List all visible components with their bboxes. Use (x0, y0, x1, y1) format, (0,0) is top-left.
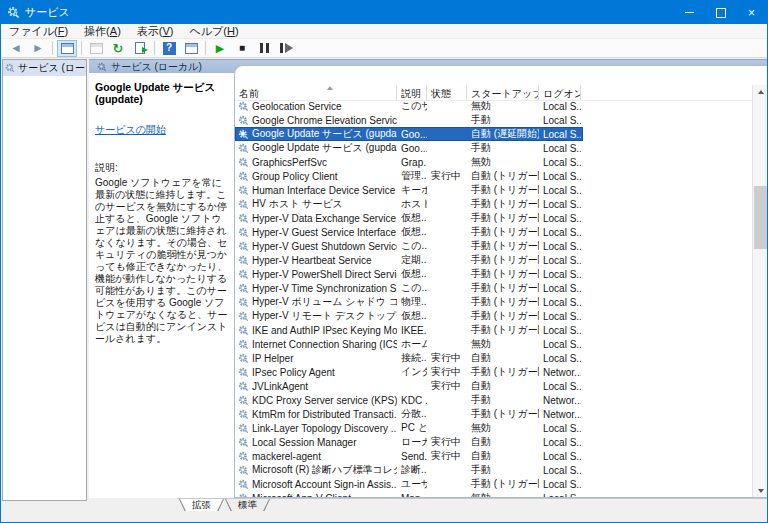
service-startup-type: 手動 (トリガー開始) (467, 267, 539, 281)
service-row[interactable]: Geolocation Serviceこのサ...無効Local S... (235, 99, 752, 113)
scrollbar-thumb[interactable] (754, 186, 767, 249)
close-button[interactable]: × (736, 1, 767, 24)
service-logon-as: Local S... (539, 143, 581, 154)
service-row[interactable]: Google Chrome Elevation Servic...手動Local… (235, 113, 752, 127)
menu-item-help[interactable]: ヘルプ(H) (181, 24, 246, 38)
service-row[interactable]: IPsec Policy Agentインタ...実行中手動 (トリガー開始)Ne… (235, 365, 752, 379)
service-row[interactable]: Hyper-V Guest Shutdown Serviceこの...手動 (ト… (235, 239, 752, 253)
service-row[interactable]: IP Helper接続...実行中自動Local S... (235, 351, 752, 365)
service-row[interactable]: mackerel-agentSend...実行中自動Local S... (235, 449, 752, 463)
service-logon-as: Local S... (539, 451, 581, 462)
pause-service-button[interactable] (254, 40, 274, 57)
service-row[interactable]: Microsoft App-V ClientMan...無効Local S... (235, 491, 752, 497)
scroll-up-button[interactable] (753, 85, 768, 98)
back-button[interactable]: ◄ (6, 40, 26, 57)
service-row[interactable]: Hyper-V Time Synchronization S...この...手動… (235, 281, 752, 295)
properties-button[interactable] (86, 40, 106, 57)
service-logon-as: Local S... (539, 465, 581, 476)
service-row[interactable]: Human Interface Device Serviceキーボ...手動 (… (235, 183, 752, 197)
description-label: 説明: (95, 161, 229, 175)
menu-item-action[interactable]: 操作(A) (76, 24, 129, 38)
service-row[interactable]: IKE and AuthIP IPsec Keying Mo...IKEE...… (235, 323, 752, 337)
service-startup-type: 手動 (トリガー開始) (467, 323, 539, 337)
service-gear-icon (238, 185, 249, 196)
service-gear-icon (238, 199, 249, 210)
column-header-logon[interactable]: ログオン (539, 85, 581, 100)
service-logon-as: Local S... (539, 255, 581, 266)
service-row[interactable]: KtmRm for Distributed Transacti...分散...手… (235, 407, 752, 421)
service-row[interactable]: Hyper-V Heartbeat Service定期...手動 (トリガー開始… (235, 253, 752, 267)
service-row[interactable]: Local Session Managerローカ...実行中自動Local S.… (235, 435, 752, 449)
maximize-button[interactable] (705, 1, 736, 24)
service-logon-as: Local S... (539, 423, 581, 434)
service-startup-type: 無効 (467, 491, 539, 497)
service-startup-type: 手動 (467, 463, 539, 477)
service-logon-as: Local S... (539, 241, 581, 252)
service-logon-as: Local S... (539, 283, 581, 294)
stop-service-button[interactable]: ■ (232, 40, 252, 57)
forward-button[interactable]: ► (28, 40, 48, 57)
service-row[interactable]: Microsoft (R) 診断ハブ標準コレク...診断...手動Local S… (235, 463, 752, 477)
column-header-name[interactable]: 名前 (235, 85, 397, 100)
service-description-cell: KDC ... (397, 395, 427, 406)
show-console-tree-button[interactable] (57, 40, 77, 57)
vertical-scrollbar[interactable] (752, 85, 767, 497)
service-name: Hyper-V Guest Service Interface (252, 227, 397, 238)
menu-item-view[interactable]: 表示(V) (129, 24, 182, 38)
service-name: Hyper-V リモート デスクトップ仮想化... (252, 309, 397, 323)
service-logon-as: Local S... (539, 381, 581, 392)
start-service-button[interactable]: ▶ (210, 40, 230, 57)
help-button[interactable]: ? (159, 40, 179, 57)
service-row[interactable]: Link-Layer Topology Discovery ...PC と...… (235, 421, 752, 435)
service-row[interactable]: JVLinkAgent実行中自動Local S... (235, 379, 752, 393)
selected-service-title: Google Update サービス (gupdate) (95, 81, 229, 105)
column-header-startup[interactable]: スタートアップの種類 (467, 85, 539, 100)
service-row[interactable]: GraphicsPerfSvcGrap...無効Local S... (235, 155, 752, 169)
service-startup-type: 手動 (トリガー開始) (467, 365, 539, 379)
tree-item-services-local[interactable]: サービス (ローカル) (3, 60, 86, 76)
service-name: Google Update サービス (gupdate) (252, 127, 397, 141)
column-header-filler (581, 85, 752, 100)
export-list-button[interactable] (130, 40, 150, 57)
column-header-status[interactable]: 状態 (427, 85, 467, 100)
service-row[interactable]: Google Update サービス (gupdate)Goo...自動 (遅延… (235, 127, 583, 141)
scroll-down-button[interactable] (753, 484, 768, 497)
restart-service-button[interactable] (276, 40, 296, 57)
column-header-desc[interactable]: 説明 (397, 85, 427, 100)
service-logon-as: Networ... (539, 395, 581, 406)
refresh-button[interactable]: ↻ (108, 40, 128, 57)
service-status: 実行中 (427, 379, 467, 393)
service-startup-type: 自動 (遅延開始) (467, 127, 539, 141)
service-gear-icon (238, 171, 249, 182)
service-description-cell: 管理... (397, 169, 427, 183)
service-row[interactable]: KDC Proxy Server service (KPS)KDC ...手動N… (235, 393, 752, 407)
start-service-link[interactable]: サービスの開始 (95, 123, 166, 137)
service-startup-type: 手動 (トリガー開始) (467, 225, 539, 239)
service-row[interactable]: Internet Connection Sharing (ICS)ホーム...無… (235, 337, 752, 351)
menu-item-file[interactable]: ファイル(F) (1, 24, 76, 38)
service-description-cell: このサ... (397, 99, 427, 113)
service-row[interactable]: Hyper-V Data Exchange Service仮想...手動 (トリ… (235, 211, 752, 225)
service-description-cell: この... (397, 281, 427, 295)
service-status: 実行中 (427, 169, 467, 183)
service-name: KtmRm for Distributed Transacti... (252, 409, 397, 420)
refresh-icon: ↻ (113, 42, 124, 55)
service-row[interactable]: Hyper-V Guest Service Interface仮想...手動 (… (235, 225, 752, 239)
service-logon-as: Local S... (539, 479, 581, 490)
show-action-pane-button[interactable] (181, 40, 201, 57)
service-row[interactable]: Microsoft Account Sign-in Assis...ユーザ...… (235, 477, 752, 491)
service-name: Hyper-V Guest Shutdown Service (252, 241, 397, 252)
toolbar-separator (154, 41, 155, 55)
service-logon-as: Local S... (539, 437, 581, 448)
service-row[interactable]: Hyper-V PowerShell Direct Service仮想...手動… (235, 267, 752, 281)
service-gear-icon (238, 437, 249, 448)
service-row[interactable]: Hyper-V ボリューム シャドウ コピー リ...物理...手動 (トリガー… (235, 295, 752, 309)
service-row[interactable]: Google Update サービス (gupdate...Goo...手動Lo… (235, 141, 752, 155)
service-gear-icon (238, 213, 249, 224)
service-row[interactable]: Hyper-V リモート デスクトップ仮想化...仮想...手動 (トリガー開始… (235, 309, 752, 323)
service-row[interactable]: HV ホスト サービスホスト...手動 (トリガー開始)Local S... (235, 197, 752, 211)
toolbar-separator (205, 41, 206, 55)
minimize-button[interactable] (674, 1, 705, 24)
service-gear-icon (238, 297, 249, 308)
service-row[interactable]: Group Policy Client管理...実行中自動 (トリガー開始)Lo… (235, 169, 752, 183)
